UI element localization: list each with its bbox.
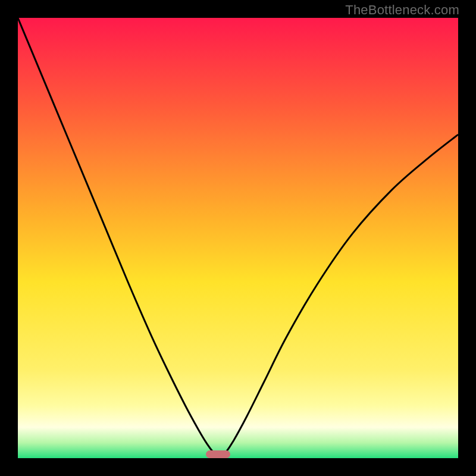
watermark-text: TheBottleneck.com xyxy=(345,2,459,18)
gradient-background xyxy=(18,18,458,458)
chart-frame: TheBottleneck.com xyxy=(0,0,476,476)
minimum-marker xyxy=(206,450,230,458)
plot-svg xyxy=(18,18,458,458)
plot-area xyxy=(18,18,458,458)
